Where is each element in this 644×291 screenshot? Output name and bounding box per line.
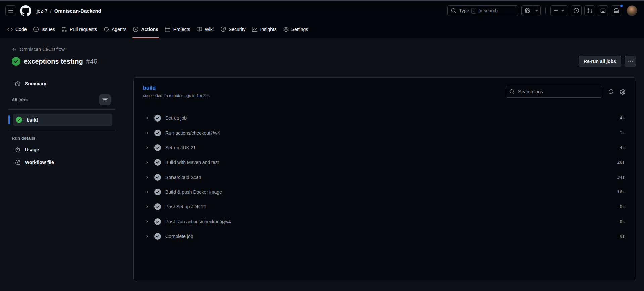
step-name: Set up JDK 21 — [165, 145, 620, 150]
copilot-split-button — [521, 5, 541, 16]
summary-label: Summary — [25, 81, 46, 86]
tab-security[interactable]: Security — [217, 20, 249, 38]
issue-opened-icon — [574, 8, 579, 13]
breadcrumb: jez-7 / Omniscan-Backend — [37, 8, 101, 14]
github-logo[interactable] — [20, 5, 31, 16]
copilot-button[interactable] — [522, 6, 533, 16]
step-success-check-icon — [154, 218, 161, 225]
step-duration: 4s — [620, 116, 625, 120]
step-duration: 0s — [620, 234, 625, 239]
tab-label: Projects — [173, 27, 190, 32]
user-avatar[interactable] — [627, 5, 637, 16]
gear-icon — [283, 27, 289, 32]
step-duration: 0s — [620, 204, 625, 209]
tab-label: Pull requests — [70, 27, 97, 32]
github-mark-icon — [20, 5, 31, 16]
hamburger-menu-button[interactable] — [5, 5, 16, 16]
step-success-check-icon — [154, 174, 161, 181]
job-title-link[interactable]: build — [143, 85, 210, 91]
pull-requests-header-button[interactable] — [584, 5, 595, 16]
global-search-input[interactable]: Type / to search — [447, 5, 518, 16]
step-name: Sonarcloud Scan — [165, 175, 617, 180]
step-success-check-icon — [154, 203, 161, 210]
tab-actions[interactable]: Actions — [130, 20, 161, 38]
back-to-workflow-link[interactable]: Omniscan CI/CD flow — [12, 47, 65, 52]
arrow-left-icon — [12, 47, 17, 52]
job-panel-title-group: build succeeded 25 minutes ago in 1m 29s — [143, 85, 210, 98]
chevron-right-icon — [145, 190, 149, 194]
run-content: Summary All jobs build Run details Usage… — [0, 77, 644, 281]
page-main: Omniscan CI/CD flow exceptions testing #… — [0, 38, 644, 281]
step-duration: 4s — [620, 145, 625, 150]
search-placeholder-suffix: to search — [478, 8, 498, 13]
step-row[interactable]: Sonarcloud Scan 34s — [134, 170, 636, 185]
run-options-kebab-button[interactable] — [625, 56, 636, 67]
step-name: Post Run actions/checkout@v4 — [165, 219, 620, 224]
copilot-dropdown-button[interactable] — [533, 6, 540, 16]
step-row[interactable]: Set up JDK 21 4s — [134, 140, 636, 155]
header-divider — [545, 7, 546, 14]
tab-issues[interactable]: Issues — [30, 20, 58, 38]
tab-projects[interactable]: Projects — [162, 20, 194, 38]
step-name: Run actions/checkout@v4 — [165, 130, 620, 136]
chevron-right-icon — [145, 146, 149, 150]
workflow-name: Omniscan CI/CD flow — [20, 47, 65, 52]
step-name: Post Set up JDK 21 — [165, 204, 620, 209]
tab-settings[interactable]: Settings — [280, 20, 312, 38]
step-duration: 0s — [620, 219, 625, 224]
run-details-label: Run details — [8, 136, 116, 141]
refresh-logs-button[interactable] — [608, 89, 614, 94]
home-icon — [15, 81, 20, 86]
step-row[interactable]: Run actions/checkout@v4 1s — [134, 126, 636, 140]
saved-panel-button[interactable] — [598, 5, 608, 16]
graph-icon — [252, 27, 257, 32]
run-title-group: exceptions testing #46 — [12, 57, 579, 66]
search-icon — [509, 89, 515, 94]
play-icon — [133, 27, 138, 32]
global-bar-right: Type / to search — [447, 5, 637, 16]
step-row[interactable]: Build & push Docker image 16s — [134, 185, 636, 199]
step-row[interactable]: Set up job 4s — [134, 111, 636, 126]
step-success-check-icon — [154, 130, 161, 136]
run-header: Omniscan CI/CD flow exceptions testing #… — [0, 38, 644, 67]
gear-icon — [620, 89, 626, 95]
step-row[interactable]: Complete job 0s — [134, 229, 636, 244]
tab-pull-requests[interactable]: Pull requests — [58, 20, 100, 38]
issues-header-button[interactable] — [571, 5, 582, 16]
tab-agents[interactable]: Agents — [100, 20, 130, 38]
triangle-down-icon — [534, 8, 539, 13]
all-jobs-label: All jobs — [12, 97, 28, 102]
sidebar-item-workflow-file[interactable]: Workflow file — [8, 156, 116, 169]
breadcrumb-owner-link[interactable]: jez-7 — [37, 8, 48, 14]
notifications-wrapper — [611, 5, 622, 16]
sidebar-item-usage[interactable]: Usage — [8, 143, 116, 156]
job-panel-tools — [506, 86, 626, 98]
chevron-right-icon — [145, 116, 149, 120]
sidebar-job-build[interactable]: build — [13, 114, 112, 126]
code-icon — [7, 27, 13, 32]
log-settings-button[interactable] — [620, 89, 626, 95]
step-success-check-icon — [154, 233, 161, 240]
sidebar-item-summary[interactable]: Summary — [8, 77, 116, 90]
chevron-right-icon — [145, 131, 149, 135]
issue-opened-icon — [33, 27, 39, 32]
breadcrumb-repo-link[interactable]: Omniscan-Backend — [54, 8, 101, 14]
book-icon — [197, 27, 202, 32]
tab-code[interactable]: Code — [4, 20, 30, 38]
rerun-all-jobs-button[interactable]: Re-run all jobs — [579, 56, 621, 67]
step-row[interactable]: Build with Maven and test 26s — [134, 155, 636, 170]
tab-label: Code — [15, 27, 27, 32]
step-row[interactable]: Post Set up JDK 21 0s — [134, 199, 636, 214]
tab-wiki[interactable]: Wiki — [193, 20, 217, 38]
create-new-button[interactable] — [550, 5, 568, 16]
job-panel-header: build succeeded 25 minutes ago in 1m 29s — [134, 78, 636, 103]
job-steps-list: Set up job 4s Run actions/checkout@v4 1s… — [134, 103, 636, 244]
step-row[interactable]: Post Run actions/checkout@v4 0s — [134, 214, 636, 229]
filter-jobs-button[interactable] — [99, 94, 111, 105]
job-status-line: succeeded 25 minutes ago in 1m 29s — [143, 93, 210, 98]
chevron-right-icon — [145, 205, 149, 209]
search-icon — [451, 8, 456, 13]
tab-insights[interactable]: Insights — [249, 20, 280, 38]
search-logs-input[interactable] — [517, 89, 599, 95]
global-bar-left: jez-7 / Omniscan-Backend — [5, 5, 101, 16]
